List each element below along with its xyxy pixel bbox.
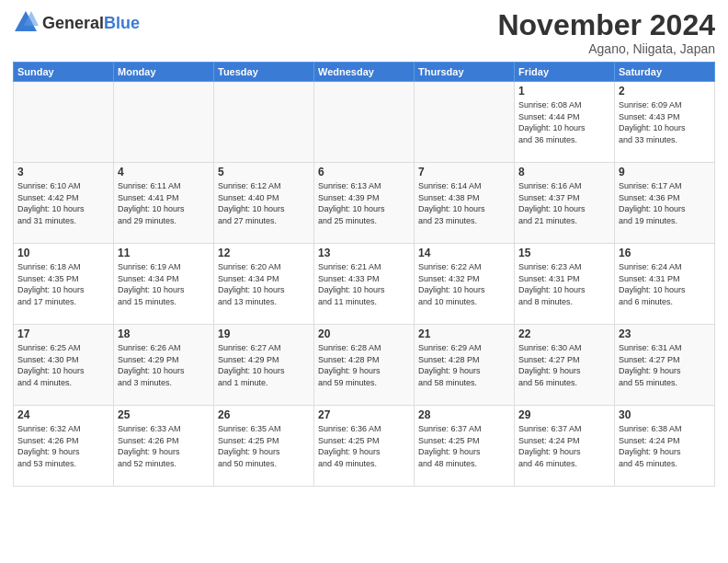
header-wednesday: Wednesday <box>314 63 415 82</box>
day-info: Sunrise: 6:29 AM Sunset: 4:28 PM Dayligh… <box>418 342 510 388</box>
title-area: November 2024 Agano, Niigata, Japan <box>497 9 715 56</box>
day-info: Sunrise: 6:35 AM Sunset: 4:25 PM Dayligh… <box>218 423 310 469</box>
day-number: 25 <box>118 408 210 421</box>
day-number: 15 <box>518 247 610 259</box>
table-row: 30Sunrise: 6:38 AM Sunset: 4:24 PM Dayli… <box>615 406 715 487</box>
header-monday: Monday <box>114 63 214 82</box>
day-info: Sunrise: 6:33 AM Sunset: 4:26 PM Dayligh… <box>118 423 210 469</box>
day-number: 17 <box>17 327 109 340</box>
table-row: 15Sunrise: 6:23 AM Sunset: 4:31 PM Dayli… <box>515 244 615 325</box>
day-info: Sunrise: 6:17 AM Sunset: 4:36 PM Dayligh… <box>619 180 711 226</box>
day-number: 23 <box>619 327 711 340</box>
day-number: 29 <box>518 408 610 421</box>
day-number: 24 <box>17 408 109 421</box>
table-row: 14Sunrise: 6:22 AM Sunset: 4:32 PM Dayli… <box>415 244 515 325</box>
table-row: 4Sunrise: 6:11 AM Sunset: 4:41 PM Daylig… <box>114 163 214 244</box>
table-row: 23Sunrise: 6:31 AM Sunset: 4:27 PM Dayli… <box>615 325 715 406</box>
table-row: 9Sunrise: 6:17 AM Sunset: 4:36 PM Daylig… <box>615 163 715 244</box>
table-row: 6Sunrise: 6:13 AM Sunset: 4:39 PM Daylig… <box>314 163 415 244</box>
day-number: 10 <box>17 247 109 259</box>
header-sunday: Sunday <box>14 63 114 82</box>
location: Agano, Niigata, Japan <box>497 41 715 56</box>
day-info: Sunrise: 6:16 AM Sunset: 4:37 PM Dayligh… <box>518 180 610 226</box>
day-info: Sunrise: 6:32 AM Sunset: 4:26 PM Dayligh… <box>17 423 109 469</box>
day-number: 4 <box>118 166 210 178</box>
table-row: 8Sunrise: 6:16 AM Sunset: 4:37 PM Daylig… <box>515 163 615 244</box>
day-number: 19 <box>218 327 310 340</box>
day-info: Sunrise: 6:12 AM Sunset: 4:40 PM Dayligh… <box>218 180 310 226</box>
day-number: 21 <box>418 327 510 340</box>
day-info: Sunrise: 6:20 AM Sunset: 4:34 PM Dayligh… <box>218 261 310 307</box>
calendar-week-row: 10Sunrise: 6:18 AM Sunset: 4:35 PM Dayli… <box>14 244 715 325</box>
table-row: 13Sunrise: 6:21 AM Sunset: 4:33 PM Dayli… <box>314 244 415 325</box>
day-info: Sunrise: 6:21 AM Sunset: 4:33 PM Dayligh… <box>318 261 410 307</box>
table-row: 19Sunrise: 6:27 AM Sunset: 4:29 PM Dayli… <box>214 325 314 406</box>
table-row: 10Sunrise: 6:18 AM Sunset: 4:35 PM Dayli… <box>14 244 114 325</box>
header-friday: Friday <box>515 63 615 82</box>
header-saturday: Saturday <box>615 63 715 82</box>
table-row: 11Sunrise: 6:19 AM Sunset: 4:34 PM Dayli… <box>114 244 214 325</box>
day-info: Sunrise: 6:14 AM Sunset: 4:38 PM Dayligh… <box>418 180 510 226</box>
table-row <box>114 82 214 163</box>
logo-blue-text: Blue <box>104 14 140 32</box>
day-info: Sunrise: 6:37 AM Sunset: 4:24 PM Dayligh… <box>518 423 610 469</box>
day-info: Sunrise: 6:18 AM Sunset: 4:35 PM Dayligh… <box>17 261 109 307</box>
day-info: Sunrise: 6:11 AM Sunset: 4:41 PM Dayligh… <box>118 180 210 226</box>
table-row: 1Sunrise: 6:08 AM Sunset: 4:44 PM Daylig… <box>515 82 615 163</box>
table-row: 16Sunrise: 6:24 AM Sunset: 4:31 PM Dayli… <box>615 244 715 325</box>
table-row: 18Sunrise: 6:26 AM Sunset: 4:29 PM Dayli… <box>114 325 214 406</box>
day-number: 20 <box>318 327 410 340</box>
day-info: Sunrise: 6:37 AM Sunset: 4:25 PM Dayligh… <box>418 423 510 469</box>
day-number: 22 <box>518 327 610 340</box>
day-info: Sunrise: 6:22 AM Sunset: 4:32 PM Dayligh… <box>418 261 510 307</box>
day-number: 8 <box>518 166 610 178</box>
table-row: 12Sunrise: 6:20 AM Sunset: 4:34 PM Dayli… <box>214 244 314 325</box>
table-row: 5Sunrise: 6:12 AM Sunset: 4:40 PM Daylig… <box>214 163 314 244</box>
day-number: 16 <box>619 247 711 259</box>
calendar-week-row: 17Sunrise: 6:25 AM Sunset: 4:30 PM Dayli… <box>14 325 715 406</box>
day-info: Sunrise: 6:27 AM Sunset: 4:29 PM Dayligh… <box>218 342 310 388</box>
day-number: 11 <box>118 247 210 259</box>
logo-icon <box>13 9 39 35</box>
logo-general-text: General <box>42 14 104 32</box>
calendar-week-row: 24Sunrise: 6:32 AM Sunset: 4:26 PM Dayli… <box>14 406 715 487</box>
table-row: 29Sunrise: 6:37 AM Sunset: 4:24 PM Dayli… <box>515 406 615 487</box>
day-info: Sunrise: 6:08 AM Sunset: 4:44 PM Dayligh… <box>518 99 610 145</box>
day-info: Sunrise: 6:38 AM Sunset: 4:24 PM Dayligh… <box>619 423 711 469</box>
day-number: 2 <box>619 85 711 98</box>
calendar-header-row: Sunday Monday Tuesday Wednesday Thursday… <box>14 63 715 82</box>
header: GeneralBlue November 2024 Agano, Niigata… <box>13 9 715 56</box>
day-info: Sunrise: 6:26 AM Sunset: 4:29 PM Dayligh… <box>118 342 210 388</box>
table-row: 26Sunrise: 6:35 AM Sunset: 4:25 PM Dayli… <box>214 406 314 487</box>
calendar-week-row: 1Sunrise: 6:08 AM Sunset: 4:44 PM Daylig… <box>14 82 715 163</box>
table-row: 25Sunrise: 6:33 AM Sunset: 4:26 PM Dayli… <box>114 406 214 487</box>
day-number: 6 <box>318 166 410 178</box>
day-number: 30 <box>619 408 711 421</box>
day-number: 26 <box>218 408 310 421</box>
day-number: 5 <box>218 166 310 178</box>
calendar-week-row: 3Sunrise: 6:10 AM Sunset: 4:42 PM Daylig… <box>14 163 715 244</box>
table-row <box>314 82 415 163</box>
day-number: 9 <box>619 166 711 178</box>
day-number: 7 <box>418 166 510 178</box>
page: GeneralBlue November 2024 Agano, Niigata… <box>0 0 728 563</box>
day-info: Sunrise: 6:19 AM Sunset: 4:34 PM Dayligh… <box>118 261 210 307</box>
table-row: 2Sunrise: 6:09 AM Sunset: 4:43 PM Daylig… <box>615 82 715 163</box>
day-info: Sunrise: 6:23 AM Sunset: 4:31 PM Dayligh… <box>518 261 610 307</box>
day-info: Sunrise: 6:31 AM Sunset: 4:27 PM Dayligh… <box>619 342 711 388</box>
table-row: 27Sunrise: 6:36 AM Sunset: 4:25 PM Dayli… <box>314 406 415 487</box>
table-row: 7Sunrise: 6:14 AM Sunset: 4:38 PM Daylig… <box>415 163 515 244</box>
day-number: 18 <box>118 327 210 340</box>
table-row: 21Sunrise: 6:29 AM Sunset: 4:28 PM Dayli… <box>415 325 515 406</box>
table-row: 17Sunrise: 6:25 AM Sunset: 4:30 PM Dayli… <box>14 325 114 406</box>
day-info: Sunrise: 6:36 AM Sunset: 4:25 PM Dayligh… <box>318 423 410 469</box>
day-number: 3 <box>17 166 109 178</box>
table-row: 3Sunrise: 6:10 AM Sunset: 4:42 PM Daylig… <box>14 163 114 244</box>
month-title: November 2024 <box>497 9 715 41</box>
header-tuesday: Tuesday <box>214 63 314 82</box>
table-row <box>14 82 114 163</box>
day-number: 14 <box>418 247 510 259</box>
logo: GeneralBlue <box>13 9 140 39</box>
day-info: Sunrise: 6:28 AM Sunset: 4:28 PM Dayligh… <box>318 342 410 388</box>
table-row <box>214 82 314 163</box>
